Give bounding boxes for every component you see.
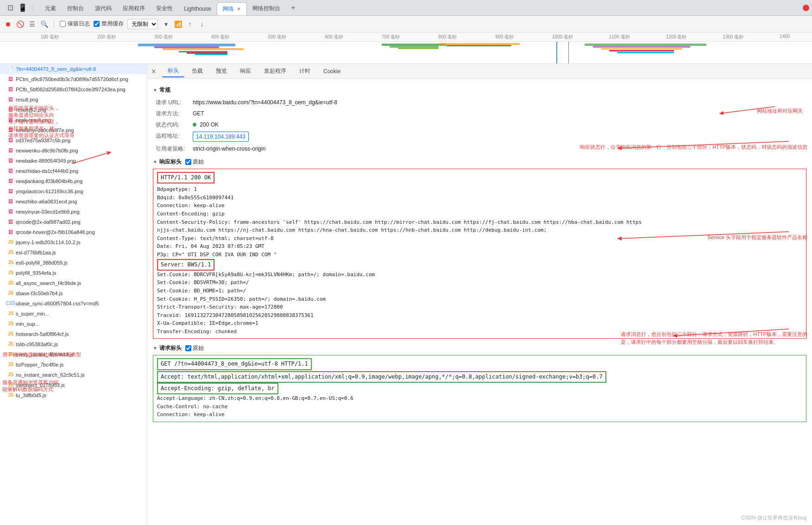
detail-tab-preview[interactable]: 预览 [210, 65, 233, 77]
detail-tab-cookie[interactable]: Cookie [318, 66, 346, 76]
list-item[interactable]: 🖼result@2.png [0, 105, 147, 115]
tab-lighthouse[interactable]: Lighthouse [178, 2, 217, 15]
list-item[interactable]: 📄?tn=44004473_8_oem_dg&ie=utf-8 [0, 64, 147, 74]
new-tab-button[interactable]: + [288, 2, 299, 13]
preserve-log-input[interactable] [60, 21, 66, 27]
response-raw-checkbox[interactable]: 原始 [185, 158, 204, 166]
devtools-close-button[interactable] [803, 5, 809, 11]
list-item[interactable]: 🖼qrcode@2x-daf987ad02.png [0, 217, 147, 227]
list-item[interactable]: JSsbase-f3c50eb7b4.js [0, 288, 147, 298]
list-item[interactable]: JStslib-c95383af0c.js [0, 339, 147, 349]
tab-network-close[interactable]: ✕ [237, 6, 241, 12]
list-item[interactable]: 🖼newwenku-d8c9b7b0fb.png [0, 145, 147, 156]
detail-close-icon[interactable]: ✕ [151, 68, 157, 75]
tab-console[interactable]: 控制台 [62, 2, 89, 15]
value-status: 200 OK [190, 119, 806, 130]
set-cookie-4: Set-Cookie: H_PS_PSSID=26350; path=/; do… [157, 295, 802, 304]
list-item[interactable]: JSevery_cookie_4644b13.js [0, 349, 147, 360]
file-name: sbase-f3c50eb7b4.js [16, 291, 63, 296]
detail-tab-initiator[interactable]: 发起程序 [258, 65, 292, 77]
list-item[interactable]: 🖼newzhibo-a6a0831ecd.png [0, 196, 147, 207]
list-item[interactable]: JStu_3dfb0d5.js [0, 390, 147, 400]
file-name: nu_instant_search_62c9c51.js [16, 372, 85, 378]
list-item[interactable]: JSes6-polyfill_388d059.js [0, 258, 147, 268]
img-icon: 🖼 [7, 219, 14, 225]
filter-icon[interactable]: ☰ [28, 20, 36, 28]
file-name: cd37ed75a9387c5b.png [16, 138, 70, 143]
list-item[interactable]: 🖼PCtm_d9c8750bed0b3c7d089fa7d55720d6cf.p… [0, 74, 147, 84]
record-icon[interactable]: ⏺ [4, 20, 12, 28]
list-item[interactable]: 🖼cd37ed75a9387c5b.png [0, 135, 147, 145]
detail-tab-timing[interactable]: 计时 [294, 65, 316, 77]
status-dot [193, 123, 196, 127]
device-icon[interactable]: 📱 [16, 2, 29, 13]
request-headers-toggle-icon: ▼ [153, 346, 157, 351]
upload-icon[interactable]: ↑ [186, 20, 194, 28]
list-item[interactable]: 🖼newfanyi-da0cea8f7e.png [0, 125, 147, 135]
import-icon[interactable]: ▾ [162, 20, 170, 28]
list-item[interactable]: JSswfobject_0178953.js [0, 380, 147, 390]
accept-encoding-wrapper: Accept-Encoding: gzip, deflate, br [157, 383, 802, 394]
remote-addr-box: 14.119.104.189:443 [193, 132, 249, 142]
watermark: CSDN @让世界再也没有bug [741, 514, 806, 521]
search-icon[interactable]: 🔍 [40, 20, 48, 28]
list-item[interactable]: JSesl-d776bfb1aa.js [0, 247, 147, 258]
list-item[interactable]: 🖼newjiankang-f03b804b4b.png [0, 176, 147, 186]
list-item[interactable]: 🖼newyinyue-03ecd1e9b9.png [0, 207, 147, 217]
disable-cache-input[interactable] [94, 21, 100, 27]
tab-network-console[interactable]: 网络控制台 [247, 2, 286, 15]
list-item[interactable]: 🖼peak-result.png [0, 115, 147, 125]
wifi-icon[interactable]: 📶 [174, 20, 182, 28]
list-item[interactable]: 🖼result.png [0, 95, 147, 105]
list-item[interactable]: 🖼yingxiaoicon-612169cc36.png [0, 186, 147, 196]
inspect-icon[interactable]: ⊡ [6, 2, 15, 13]
list-item[interactable]: JSmin_sup... [0, 319, 147, 329]
request-headers-title: 请求标头 [159, 344, 182, 352]
list-item[interactable]: JSjquery-1-edb203c114.10.2.js [0, 237, 147, 247]
tab-bar: ⊡ 📱 | 元素 控制台 源代码 应用程序 安全性 Lighthouse 网络 … [0, 0, 812, 16]
list-item[interactable]: 🖼newbaike-889054f349.png [0, 156, 147, 166]
download-icon[interactable]: ↓ [198, 20, 206, 28]
disable-cache-checkbox[interactable]: 禁用缓存 [94, 20, 124, 28]
response-raw-input[interactable] [185, 159, 191, 165]
list-item[interactable]: JSbzPopper_7bc4f0e.js [0, 360, 147, 370]
list-item[interactable]: 🖼qrcode-hover@2x-f9b106a848.png [0, 227, 147, 237]
clear-icon[interactable]: 🚫 [16, 20, 24, 28]
list-item[interactable]: CSSubase_sync-d600f57804.css?v=md5 [0, 298, 147, 309]
tab-application[interactable]: 应用程序 [117, 2, 151, 15]
request-raw-input[interactable] [185, 345, 191, 351]
detail-content[interactable]: ▼ 常规 请求 URL: https://www.baidu.com/?tn=4… [147, 79, 812, 525]
file-name: swfobject_0178953.js [16, 382, 65, 388]
tab-security[interactable]: 安全性 [151, 2, 178, 15]
tl-bar-6 [195, 54, 227, 55]
list-item[interactable]: JSpolyfill_9354efa.js [0, 268, 147, 278]
list-item[interactable]: JSall_async_search_f4c9bde.js [0, 278, 147, 288]
js-icon: JS [7, 351, 14, 358]
tab-network[interactable]: 网络 ✕ [217, 2, 247, 15]
list-item[interactable]: JShotsearch-5af0f864cf.js [0, 329, 147, 339]
date: Date: Fri, 04 Aug 2023 07:05:23 GMT [157, 242, 802, 251]
general-section-header[interactable]: ▼ 常规 [153, 86, 806, 94]
list-item[interactable]: JSs_super_min... [0, 309, 147, 319]
list-item[interactable]: 🖼PCfb_5bf082d29588c07f842ccde3f97243ea.p… [0, 84, 147, 95]
ruler-400ms: 400 毫秒 [211, 34, 229, 40]
list-item[interactable]: 🖼newzhidao-da1cf444b0.png [0, 166, 147, 176]
js-icon: JS [7, 249, 14, 256]
img-icon: 🖼 [7, 188, 14, 195]
img-icon: 🖼 [7, 178, 14, 184]
detail-tab-payload[interactable]: 负载 [186, 65, 208, 77]
preserve-log-checkbox[interactable]: 保留日志 [60, 20, 90, 28]
detail-tab-headers[interactable]: 标头 [162, 65, 184, 77]
request-headers-section-header[interactable]: ▼ 请求标头 原始 [153, 344, 806, 352]
detail-tab-response[interactable]: 响应 [234, 65, 257, 77]
tab-sources[interactable]: 源代码 [89, 2, 117, 15]
request-raw-checkbox[interactable]: 原始 [185, 344, 204, 352]
tab-elements[interactable]: 元素 [39, 2, 62, 15]
general-title: 常规 [159, 86, 170, 94]
traceid: Traceid: 1691132723047280589810256205298… [157, 311, 802, 320]
response-headers-section-header[interactable]: ▼ 响应标头 原始 [153, 158, 806, 166]
throttle-select[interactable]: 无限制 [127, 19, 158, 29]
table-row: 请求 URL: https://www.baidu.com/?tn=440044… [153, 97, 806, 108]
list-item[interactable]: JSnu_instant_search_62c9c51.js [0, 370, 147, 380]
js-icon: JS [7, 270, 14, 276]
